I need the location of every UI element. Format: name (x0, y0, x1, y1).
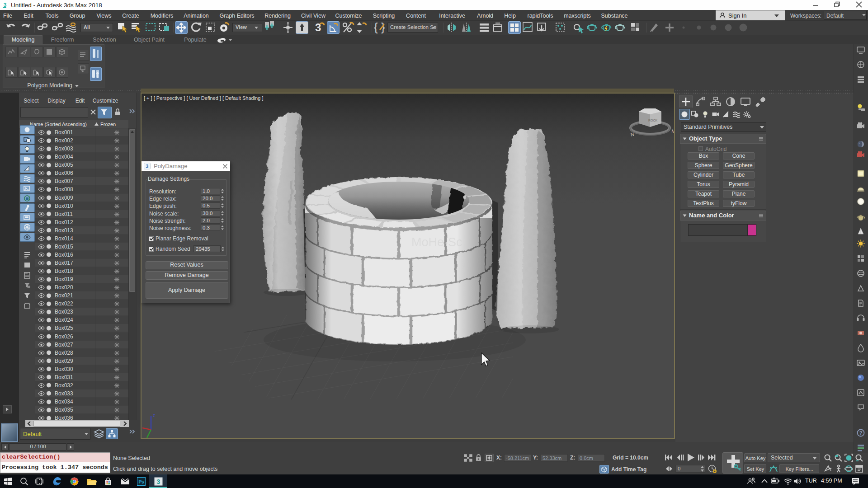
svg-text:3: 3 (157, 478, 160, 485)
svg-text:ROCK: ROCK (648, 119, 658, 122)
svg-text:{: { (374, 21, 378, 34)
svg-text:3: 3 (4, 2, 7, 8)
svg-text:?: ? (859, 430, 863, 436)
svg-text:Ps: Ps (138, 479, 144, 484)
svg-text:z: z (153, 413, 155, 418)
svg-text:3: 3 (146, 164, 149, 169)
svg-text:M: M (671, 128, 674, 134)
svg-text:MoHe-Sc: MoHe-Sc (411, 235, 462, 249)
